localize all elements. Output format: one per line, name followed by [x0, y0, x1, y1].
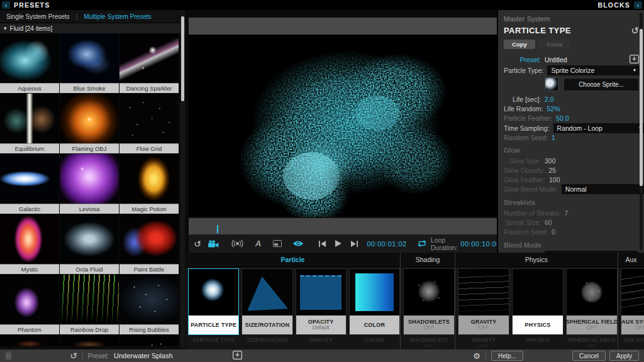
- particle-feather-value[interactable]: 50.0: [556, 114, 569, 122]
- glow-feather-value[interactable]: 100: [549, 176, 560, 184]
- sidebar-scrollbar-thumb[interactable]: [181, 16, 184, 101]
- glow-opacity-value[interactable]: 25: [548, 167, 556, 174]
- inspector-title: PARTICLE TYPE: [504, 26, 631, 35]
- preset-item-octa-fluid[interactable]: Octa Fluid: [60, 214, 119, 274]
- preset-item-dancing-sparkler[interactable]: Dancing Sparkler: [119, 33, 179, 93]
- particle-feather-label: Particle Feather:: [504, 114, 552, 122]
- preset-item-phantom[interactable]: Phantom: [0, 275, 59, 334]
- help-button[interactable]: Help...: [491, 351, 523, 361]
- glow-size-value[interactable]: 300: [545, 157, 556, 165]
- next-frame-icon[interactable]: [350, 241, 358, 247]
- streaklets-random-seed-value[interactable]: 0: [552, 228, 555, 236]
- block-size-rotation[interactable]: SIZE/ROTATION SIZE/ROTATION: [242, 268, 292, 349]
- tab-shading[interactable]: Shading: [401, 253, 455, 267]
- tab-multiple-system-presets[interactable]: Multiple System Presets: [77, 13, 157, 20]
- blocks-strip: Particle PARTICLE TYPE PARTICLE TYPE SIZ…: [186, 253, 644, 349]
- reset-preset-icon[interactable]: ↺: [70, 351, 77, 360]
- trash-icon[interactable]: [5, 351, 12, 361]
- tab-single-system-presets[interactable]: Single System Presets: [0, 13, 76, 20]
- streak-size-value[interactable]: 60: [545, 219, 552, 226]
- block-opacity[interactable]: OPACITYDefault OPACITY: [296, 268, 347, 349]
- tab-particle[interactable]: Particle: [186, 253, 400, 267]
- preset-item-leviosa[interactable]: Leviosa: [60, 154, 119, 214]
- prev-frame-icon[interactable]: [319, 241, 326, 247]
- random-seed-value[interactable]: 1: [552, 134, 555, 141]
- gear-icon[interactable]: ⚙: [473, 352, 480, 360]
- visibility-eye-icon[interactable]: [292, 240, 304, 247]
- number-of-streaks-value[interactable]: 7: [564, 209, 568, 217]
- save-preset-footer-icon[interactable]: [233, 351, 242, 361]
- block-aux-system[interactable]: AUX SYSTEMOFF AUX SYSTEM: [621, 268, 644, 349]
- preset-item-partial[interactable]: [60, 335, 119, 346]
- save-preset-icon[interactable]: [630, 55, 639, 65]
- preset-item-mystic[interactable]: Mystic: [0, 214, 59, 274]
- block-physics[interactable]: PHYSICS PHYSICS: [512, 268, 564, 349]
- footer-preset-value[interactable]: Underwater Splash: [114, 352, 173, 359]
- preset-item-rising-bubbles[interactable]: Rising Bubbles: [119, 275, 179, 334]
- preset-label: Leviosa: [60, 204, 119, 214]
- paste-button[interactable]: Paste: [539, 40, 570, 49]
- loop-duration-field[interactable]: 00:00:10:00: [460, 240, 501, 248]
- preset-item-rainbow-drop[interactable]: Rainbow Drop: [60, 275, 119, 334]
- block-reflection: AUX SYSTEM: [621, 337, 644, 343]
- preset-item-partial[interactable]: [119, 335, 179, 346]
- preset-item-flow-grid[interactable]: Flow Grid: [119, 94, 179, 153]
- playhead-marker[interactable]: [217, 225, 218, 233]
- block-group-shading: Shading SHADOWLETSOFF SHADOWLETSOFF: [401, 253, 455, 349]
- preset-item-equilibrium[interactable]: Equilibrium: [0, 94, 59, 153]
- life-value[interactable]: 2.0: [545, 96, 554, 103]
- block-subtitle: Default: [313, 325, 330, 331]
- preset-item-partial[interactable]: [0, 335, 59, 346]
- reset-block-icon[interactable]: ↺: [631, 26, 639, 35]
- blend-mode-section-header[interactable]: Blend Mode: [504, 241, 644, 250]
- tab-aux[interactable]: Aux: [618, 253, 644, 267]
- block-gravity[interactable]: GRAVITYOFF GRAVITYOFF: [458, 268, 509, 349]
- preset-item-aqueous[interactable]: Aqueous: [0, 33, 59, 93]
- loop-icon[interactable]: [417, 240, 427, 247]
- preset-item-flaming-obj[interactable]: Flaming OBJ: [60, 94, 119, 153]
- preset-label: Equilibrium: [0, 143, 59, 153]
- block-particle-type[interactable]: PARTICLE TYPE PARTICLE TYPE: [188, 268, 239, 349]
- emitter-icon[interactable]: [231, 239, 243, 248]
- block-reflection: OPACITY: [296, 337, 347, 343]
- block-color[interactable]: COLOR COLOR: [349, 268, 400, 349]
- glow-blend-mode-dropdown[interactable]: Normal▼: [562, 184, 644, 194]
- time-sampling-dropdown[interactable]: Random - Loop▼: [553, 123, 644, 133]
- preview-viewport: [189, 10, 497, 234]
- block-shadowlets[interactable]: SHADOWLETSOFF SHADOWLETSOFF: [403, 268, 455, 349]
- preset-thumbnail: [0, 275, 59, 324]
- apply-button[interactable]: Apply: [609, 351, 639, 361]
- preset-item-magic-potion[interactable]: Magic Potion: [119, 154, 179, 214]
- tab-physics[interactable]: Physics: [455, 253, 618, 267]
- streaklets-section-header[interactable]: Streaklets: [504, 198, 644, 207]
- preview-canvas[interactable]: [189, 35, 497, 217]
- dropdown-arrow-icon: ▼: [632, 68, 636, 72]
- particle-type-dropdown[interactable]: Sprite Colorize▼: [547, 65, 640, 75]
- timeline-strip[interactable]: [189, 217, 497, 236]
- preset-item-paint-battle[interactable]: Paint Battle: [119, 214, 179, 274]
- inspector-scrollbar-thumb[interactable]: [640, 29, 643, 186]
- preset-item-blue-smoke[interactable]: Blue Smoke: [60, 33, 119, 93]
- glow-section-header[interactable]: Glow: [504, 146, 644, 155]
- camera-icon[interactable]: [208, 240, 219, 248]
- collapse-chevron-icon[interactable]: ‹: [634, 1, 642, 9]
- preset-label: Octa Fluid: [60, 264, 119, 274]
- play-icon[interactable]: [335, 240, 341, 247]
- fluid-section-header[interactable]: ▾ Fluid [24 items]: [0, 23, 186, 33]
- composition-icon[interactable]: [273, 240, 282, 247]
- preset-item-galactic[interactable]: Galactic: [0, 154, 59, 214]
- block-spherical-field[interactable]: SPHERICAL FIELDOFF SPHERICAL FIELDOFF: [566, 268, 618, 349]
- choose-sprite-button[interactable]: Choose Sprite...: [564, 78, 639, 91]
- cancel-button[interactable]: Cancel: [572, 351, 606, 361]
- blend-mode-dropdown[interactable]: Screen▼: [545, 251, 638, 253]
- current-time-field[interactable]: 00:00:01:02: [367, 240, 407, 248]
- block-reflection: PARTICLE TYPE: [188, 337, 239, 343]
- reset-view-icon[interactable]: ↺: [194, 239, 201, 248]
- sprite-thumbnail[interactable]: [545, 77, 558, 91]
- preset-field-value[interactable]: Untitled: [545, 56, 567, 63]
- back-chevron-icon[interactable]: ‹: [2, 1, 10, 9]
- motion-blur-icon[interactable]: A: [255, 239, 261, 248]
- preset-label: Dancing Sparkler: [119, 83, 179, 93]
- copy-button[interactable]: Copy: [504, 40, 535, 49]
- life-random-value[interactable]: 52%: [547, 105, 560, 112]
